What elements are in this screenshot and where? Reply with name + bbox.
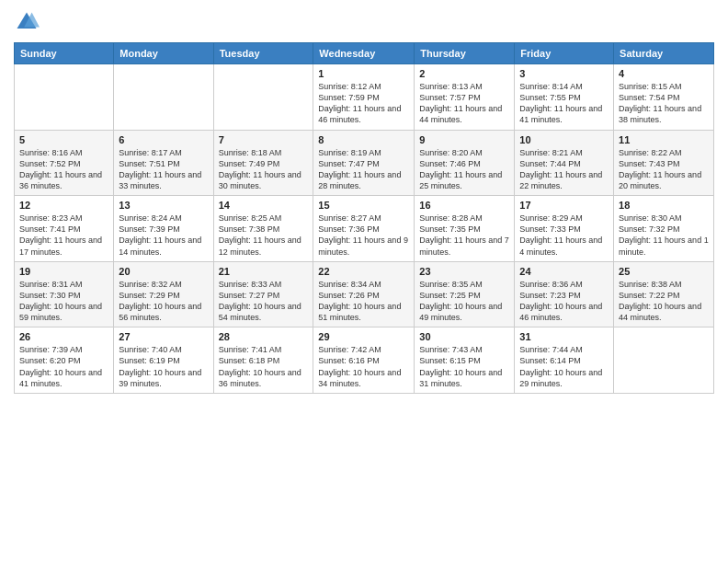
day-number: 1 [318,68,409,79]
day-number: 12 [19,200,108,211]
calendar-day-17: 17Sunrise: 8:29 AMSunset: 7:33 PMDayligh… [515,196,614,262]
calendar-empty-cell [114,64,213,131]
calendar-day-1: 1Sunrise: 8:12 AMSunset: 7:59 PMDaylight… [313,64,415,131]
day-number: 28 [219,331,309,342]
calendar-empty-cell [213,64,313,131]
day-number: 18 [619,200,709,211]
day-number: 16 [419,200,509,211]
day-info: Sunrise: 8:25 AMSunset: 7:38 PMDaylight:… [219,213,309,258]
weekday-header-thursday: Thursday [415,43,515,64]
day-info: Sunrise: 7:40 AMSunset: 6:19 PMDaylight:… [119,344,208,389]
day-info: Sunrise: 8:38 AMSunset: 7:22 PMDaylight:… [619,279,709,324]
calendar-day-28: 28Sunrise: 7:41 AMSunset: 6:18 PMDayligh… [213,327,313,394]
calendar-day-12: 12Sunrise: 8:23 AMSunset: 7:41 PMDayligh… [15,196,114,262]
day-number: 22 [318,266,409,277]
calendar-day-7: 7Sunrise: 8:18 AMSunset: 7:49 PMDaylight… [213,130,313,196]
calendar-day-24: 24Sunrise: 8:36 AMSunset: 7:23 PMDayligh… [515,261,614,327]
day-info: Sunrise: 7:44 AMSunset: 6:14 PMDaylight:… [519,344,609,389]
day-number: 10 [519,134,609,145]
calendar-day-16: 16Sunrise: 8:28 AMSunset: 7:35 PMDayligh… [415,196,515,262]
day-info: Sunrise: 8:33 AMSunset: 7:27 PMDaylight:… [219,279,309,324]
day-info: Sunrise: 8:24 AMSunset: 7:39 PMDaylight:… [119,213,208,258]
calendar-day-2: 2Sunrise: 8:13 AMSunset: 7:57 PMDaylight… [415,64,515,131]
calendar-table: SundayMondayTuesdayWednesdayThursdayFrid… [14,42,714,394]
day-info: Sunrise: 8:17 AMSunset: 7:51 PMDaylight:… [119,147,208,192]
page: SundayMondayTuesdayWednesdayThursdayFrid… [0,0,728,563]
calendar-day-6: 6Sunrise: 8:17 AMSunset: 7:51 PMDaylight… [114,130,213,196]
day-info: Sunrise: 8:12 AMSunset: 7:59 PMDaylight:… [318,81,409,126]
day-info: Sunrise: 8:31 AMSunset: 7:30 PMDaylight:… [19,279,108,324]
calendar-day-31: 31Sunrise: 7:44 AMSunset: 6:14 PMDayligh… [515,327,614,394]
calendar-day-18: 18Sunrise: 8:30 AMSunset: 7:32 PMDayligh… [614,196,714,262]
header [14,9,714,35]
day-number: 26 [19,331,108,342]
day-number: 2 [419,68,509,79]
calendar-day-21: 21Sunrise: 8:33 AMSunset: 7:27 PMDayligh… [213,261,313,327]
day-number: 25 [619,266,709,277]
calendar-week-row: 12Sunrise: 8:23 AMSunset: 7:41 PMDayligh… [15,196,714,262]
calendar-week-row: 1Sunrise: 8:12 AMSunset: 7:59 PMDaylight… [15,64,714,131]
day-info: Sunrise: 8:36 AMSunset: 7:23 PMDaylight:… [519,279,609,324]
day-info: Sunrise: 7:39 AMSunset: 6:20 PMDaylight:… [19,344,108,389]
day-number: 24 [519,266,609,277]
day-info: Sunrise: 7:41 AMSunset: 6:18 PMDaylight:… [219,344,309,389]
day-number: 27 [119,331,208,342]
calendar-day-8: 8Sunrise: 8:19 AMSunset: 7:47 PMDaylight… [313,130,415,196]
day-info: Sunrise: 8:14 AMSunset: 7:55 PMDaylight:… [519,81,609,126]
calendar-day-25: 25Sunrise: 8:38 AMSunset: 7:22 PMDayligh… [614,261,714,327]
day-number: 29 [318,331,409,342]
calendar-day-5: 5Sunrise: 8:16 AMSunset: 7:52 PMDaylight… [15,130,114,196]
weekday-header-friday: Friday [515,43,614,64]
calendar-day-29: 29Sunrise: 7:42 AMSunset: 6:16 PMDayligh… [313,327,415,394]
calendar-week-row: 19Sunrise: 8:31 AMSunset: 7:30 PMDayligh… [15,261,714,327]
day-number: 30 [419,331,509,342]
weekday-header-monday: Monday [114,43,213,64]
day-number: 19 [19,266,108,277]
weekday-header-wednesday: Wednesday [313,43,415,64]
calendar-day-4: 4Sunrise: 8:15 AMSunset: 7:54 PMDaylight… [614,64,714,131]
day-number: 6 [119,134,208,145]
calendar-day-20: 20Sunrise: 8:32 AMSunset: 7:29 PMDayligh… [114,261,213,327]
day-info: Sunrise: 7:42 AMSunset: 6:16 PMDaylight:… [318,344,409,389]
day-number: 9 [419,134,509,145]
day-number: 13 [119,200,208,211]
day-number: 11 [619,134,709,145]
day-info: Sunrise: 8:19 AMSunset: 7:47 PMDaylight:… [318,147,409,192]
day-number: 31 [519,331,609,342]
day-info: Sunrise: 8:16 AMSunset: 7:52 PMDaylight:… [19,147,108,192]
calendar-day-23: 23Sunrise: 8:35 AMSunset: 7:25 PMDayligh… [415,261,515,327]
day-info: Sunrise: 8:34 AMSunset: 7:26 PMDaylight:… [318,279,409,324]
calendar-day-26: 26Sunrise: 7:39 AMSunset: 6:20 PMDayligh… [15,327,114,394]
day-number: 23 [419,266,509,277]
weekday-header-tuesday: Tuesday [213,43,313,64]
calendar-day-15: 15Sunrise: 8:27 AMSunset: 7:36 PMDayligh… [313,196,415,262]
calendar-day-30: 30Sunrise: 7:43 AMSunset: 6:15 PMDayligh… [415,327,515,394]
day-info: Sunrise: 8:32 AMSunset: 7:29 PMDaylight:… [119,279,208,324]
day-info: Sunrise: 8:15 AMSunset: 7:54 PMDaylight:… [619,81,709,126]
weekday-header-sunday: Sunday [15,43,114,64]
day-number: 7 [219,134,309,145]
day-info: Sunrise: 8:13 AMSunset: 7:57 PMDaylight:… [419,81,509,126]
calendar-day-27: 27Sunrise: 7:40 AMSunset: 6:19 PMDayligh… [114,327,213,394]
calendar-header-row: SundayMondayTuesdayWednesdayThursdayFrid… [15,43,714,64]
day-number: 21 [219,266,309,277]
day-number: 3 [519,68,609,79]
day-number: 15 [318,200,409,211]
day-info: Sunrise: 8:27 AMSunset: 7:36 PMDaylight:… [318,213,409,258]
day-info: Sunrise: 8:29 AMSunset: 7:33 PMDaylight:… [519,213,609,258]
day-number: 4 [619,68,709,79]
day-info: Sunrise: 8:18 AMSunset: 7:49 PMDaylight:… [219,147,309,192]
calendar-week-row: 26Sunrise: 7:39 AMSunset: 6:20 PMDayligh… [15,327,714,394]
calendar-day-10: 10Sunrise: 8:21 AMSunset: 7:44 PMDayligh… [515,130,614,196]
calendar-empty-cell [614,327,714,394]
calendar-empty-cell [15,64,114,131]
day-info: Sunrise: 8:23 AMSunset: 7:41 PMDaylight:… [19,213,108,258]
calendar-day-3: 3Sunrise: 8:14 AMSunset: 7:55 PMDaylight… [515,64,614,131]
calendar-day-22: 22Sunrise: 8:34 AMSunset: 7:26 PMDayligh… [313,261,415,327]
calendar-week-row: 5Sunrise: 8:16 AMSunset: 7:52 PMDaylight… [15,130,714,196]
logo [14,9,43,35]
calendar-day-9: 9Sunrise: 8:20 AMSunset: 7:46 PMDaylight… [415,130,515,196]
day-info: Sunrise: 8:30 AMSunset: 7:32 PMDaylight:… [619,213,709,258]
day-info: Sunrise: 8:20 AMSunset: 7:46 PMDaylight:… [419,147,509,192]
day-number: 8 [318,134,409,145]
